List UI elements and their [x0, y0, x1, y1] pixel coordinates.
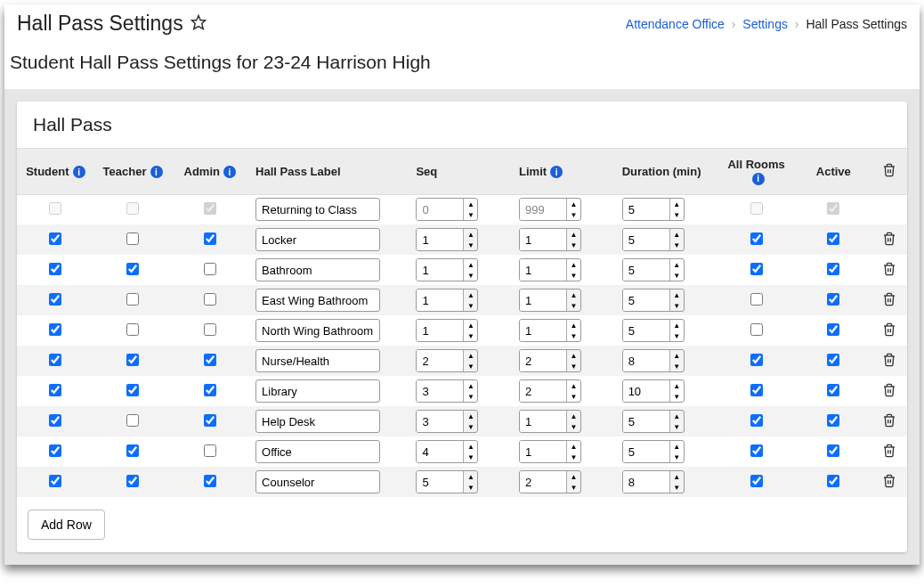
- active-checkbox[interactable]: [827, 414, 839, 427]
- active-checkbox[interactable]: [827, 354, 839, 366]
- stepper-input[interactable]: [623, 320, 669, 341]
- number-stepper[interactable]: ▲▼: [519, 349, 581, 372]
- info-icon[interactable]: i: [752, 173, 765, 185]
- teacher-checkbox[interactable]: [126, 323, 139, 336]
- step-up-icon[interactable]: ▲: [670, 320, 684, 330]
- admin-checkbox[interactable]: [204, 444, 216, 457]
- step-down-icon[interactable]: ▼: [464, 482, 477, 493]
- step-down-icon[interactable]: ▼: [567, 391, 580, 402]
- label-input[interactable]: [255, 410, 380, 433]
- active-checkbox[interactable]: [827, 384, 839, 396]
- step-up-icon[interactable]: ▲: [567, 471, 580, 482]
- stepper-input[interactable]: [520, 259, 566, 281]
- student-checkbox[interactable]: [49, 293, 61, 306]
- add-row-button[interactable]: Add Row: [28, 510, 105, 540]
- active-checkbox[interactable]: [827, 475, 839, 487]
- step-up-icon[interactable]: ▲: [464, 441, 477, 452]
- label-input[interactable]: [255, 289, 380, 312]
- label-input[interactable]: [255, 258, 380, 281]
- step-down-icon[interactable]: ▼: [464, 270, 477, 281]
- step-up-icon[interactable]: ▲: [567, 199, 580, 209]
- step-up-icon[interactable]: ▲: [670, 229, 684, 240]
- active-checkbox[interactable]: [827, 444, 839, 457]
- number-stepper[interactable]: ▲▼: [416, 198, 478, 221]
- step-down-icon[interactable]: ▼: [670, 391, 684, 402]
- step-up-icon[interactable]: ▲: [567, 229, 580, 240]
- allrooms-checkbox[interactable]: [750, 414, 763, 427]
- step-down-icon[interactable]: ▼: [567, 361, 580, 371]
- step-down-icon[interactable]: ▼: [464, 391, 477, 402]
- step-down-icon[interactable]: ▼: [567, 240, 580, 250]
- step-up-icon[interactable]: ▲: [670, 350, 684, 361]
- step-up-icon[interactable]: ▲: [670, 289, 684, 300]
- student-checkbox[interactable]: [49, 263, 61, 275]
- teacher-checkbox[interactable]: [126, 414, 139, 427]
- stepper-input[interactable]: [520, 411, 566, 432]
- step-down-icon[interactable]: ▼: [670, 452, 684, 462]
- step-up-icon[interactable]: ▲: [464, 289, 477, 300]
- number-stepper[interactable]: ▲▼: [416, 379, 478, 403]
- step-up-icon[interactable]: ▲: [670, 259, 684, 270]
- stepper-input[interactable]: [623, 229, 669, 250]
- label-input[interactable]: [255, 228, 380, 251]
- teacher-checkbox[interactable]: [126, 475, 139, 487]
- stepper-input[interactable]: [417, 289, 463, 311]
- number-stepper[interactable]: ▲▼: [519, 470, 581, 493]
- label-input[interactable]: [255, 319, 380, 342]
- label-input[interactable]: [255, 198, 380, 221]
- stepper-input[interactable]: [520, 471, 566, 493]
- step-up-icon[interactable]: ▲: [567, 441, 580, 452]
- label-input[interactable]: [255, 349, 380, 372]
- step-up-icon[interactable]: ▲: [464, 380, 477, 391]
- step-down-icon[interactable]: ▼: [464, 209, 477, 220]
- number-stepper[interactable]: ▲▼: [519, 440, 581, 463]
- stepper-input[interactable]: [623, 259, 669, 281]
- admin-checkbox[interactable]: [204, 323, 216, 336]
- step-up-icon[interactable]: ▲: [464, 411, 477, 421]
- step-down-icon[interactable]: ▼: [464, 361, 477, 371]
- number-stepper[interactable]: ▲▼: [622, 379, 685, 403]
- step-up-icon[interactable]: ▲: [670, 441, 684, 452]
- step-down-icon[interactable]: ▼: [670, 209, 684, 220]
- student-checkbox[interactable]: [49, 384, 61, 396]
- step-down-icon[interactable]: ▼: [670, 421, 684, 432]
- favorite-star-icon[interactable]: [190, 14, 207, 34]
- step-down-icon[interactable]: ▼: [567, 300, 580, 311]
- admin-checkbox[interactable]: [204, 475, 216, 487]
- step-up-icon[interactable]: ▲: [567, 320, 580, 330]
- number-stepper[interactable]: ▲▼: [416, 349, 478, 372]
- info-icon[interactable]: i: [223, 166, 236, 178]
- teacher-checkbox[interactable]: [126, 354, 139, 366]
- breadcrumb-attendance-office[interactable]: Attendance Office: [626, 17, 725, 31]
- stepper-input[interactable]: [520, 380, 566, 402]
- label-input[interactable]: [255, 470, 380, 493]
- stepper-input[interactable]: [520, 289, 566, 311]
- delete-row-button[interactable]: [882, 383, 896, 397]
- info-icon[interactable]: i: [550, 166, 563, 178]
- active-checkbox[interactable]: [827, 263, 839, 275]
- student-checkbox[interactable]: [49, 354, 61, 366]
- step-down-icon[interactable]: ▼: [670, 330, 684, 341]
- number-stepper[interactable]: ▲▼: [416, 319, 478, 342]
- admin-checkbox[interactable]: [204, 354, 216, 366]
- student-checkbox[interactable]: [49, 475, 61, 487]
- teacher-checkbox[interactable]: [126, 263, 139, 275]
- stepper-input[interactable]: [623, 199, 669, 220]
- step-up-icon[interactable]: ▲: [464, 350, 477, 361]
- number-stepper[interactable]: ▲▼: [622, 470, 685, 493]
- number-stepper[interactable]: ▲▼: [622, 258, 685, 281]
- number-stepper[interactable]: ▲▼: [519, 258, 581, 281]
- admin-checkbox[interactable]: [204, 414, 216, 427]
- step-down-icon[interactable]: ▼: [464, 240, 477, 250]
- number-stepper[interactable]: ▲▼: [622, 228, 685, 251]
- step-up-icon[interactable]: ▲: [567, 259, 580, 270]
- number-stepper[interactable]: ▲▼: [416, 228, 478, 251]
- teacher-checkbox[interactable]: [126, 384, 139, 396]
- admin-checkbox[interactable]: [204, 232, 216, 245]
- step-down-icon[interactable]: ▼: [670, 300, 684, 311]
- admin-checkbox[interactable]: [204, 384, 216, 396]
- step-up-icon[interactable]: ▲: [464, 199, 477, 209]
- stepper-input[interactable]: [417, 350, 463, 371]
- stepper-input[interactable]: [623, 380, 669, 402]
- stepper-input[interactable]: [417, 229, 463, 250]
